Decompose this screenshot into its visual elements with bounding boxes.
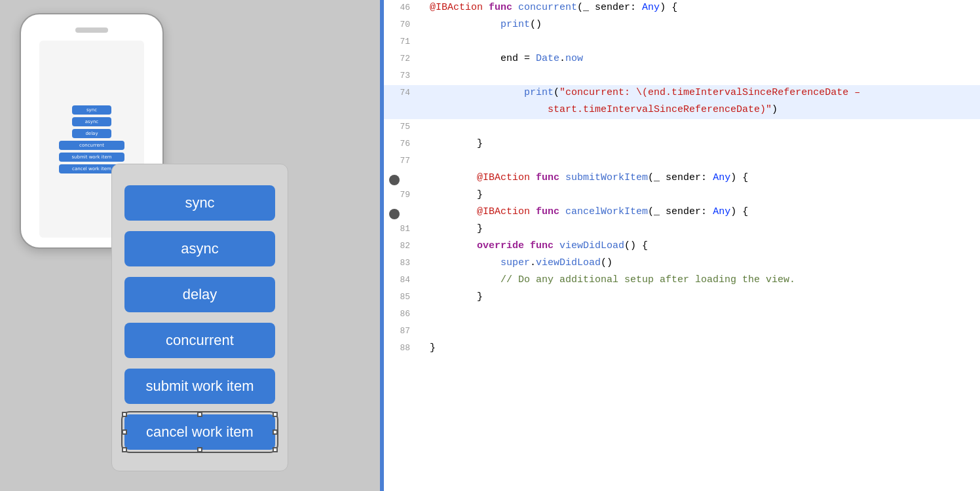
code-line-76: 76 } xyxy=(384,136,980,153)
code-line-78: @IBAction func submitWorkItem(_ sender: … xyxy=(384,170,980,187)
preview-btn-delay: delay xyxy=(72,129,111,138)
selected-wrapper: cancel work item xyxy=(124,414,275,450)
storyboard-panel: sync async delay concurrent submit work … xyxy=(0,0,380,491)
ui-panel: sync async delay concurrent submit work … xyxy=(111,164,288,471)
preview-btn-submit: submit work item xyxy=(59,153,124,162)
code-line-85: 85 } xyxy=(384,289,980,306)
preview-btn-sync: sync xyxy=(72,105,111,115)
code-line-77: 77 xyxy=(384,153,980,170)
btn-concurrent[interactable]: concurrent xyxy=(124,323,275,358)
code-line-70: 70 print() xyxy=(384,17,980,34)
code-line-46: 46 @IBAction func concurrent(_ sender: A… xyxy=(384,0,980,17)
btn-sync[interactable]: sync xyxy=(124,185,275,221)
phone-speaker xyxy=(75,27,108,33)
code-line-81: 81 } xyxy=(384,221,980,238)
code-line-83: 83 super.viewDidLoad() xyxy=(384,255,980,272)
preview-btn-concurrent: concurrent xyxy=(59,141,124,150)
handle-bl xyxy=(122,447,127,452)
code-line-88: 88 } xyxy=(384,340,980,357)
code-line-82: 82 override func viewDidLoad() { xyxy=(384,238,980,255)
handle-ml xyxy=(122,429,127,435)
code-editor-panel: 46 @IBAction func concurrent(_ sender: A… xyxy=(384,0,980,491)
code-editor[interactable]: 46 @IBAction func concurrent(_ sender: A… xyxy=(384,0,980,491)
breakpoint-78 xyxy=(389,175,400,185)
handle-tr xyxy=(273,412,278,417)
handle-br xyxy=(273,447,278,452)
handle-tl xyxy=(122,412,127,417)
code-line-80: @IBAction func cancelWorkItem(_ sender: … xyxy=(384,204,980,221)
btn-cancel-work-item[interactable]: cancel work item xyxy=(124,414,275,450)
code-line-74b: start.timeIntervalSinceReferenceDate)") xyxy=(384,102,980,119)
code-line-74: 74 print("concurrent: \(end.timeInterval… xyxy=(384,85,980,102)
code-line-87: 87 xyxy=(384,323,980,340)
code-line-71: 71 xyxy=(384,34,980,51)
code-line-75: 75 xyxy=(384,119,980,136)
btn-submit-work-item[interactable]: submit work item xyxy=(124,369,275,404)
handle-mr xyxy=(273,429,278,435)
btn-delay[interactable]: delay xyxy=(124,277,275,312)
btn-async[interactable]: async xyxy=(124,231,275,266)
breakpoint-80 xyxy=(389,209,400,219)
code-line-84: 84 // Do any additional setup after load… xyxy=(384,272,980,289)
code-line-86: 86 xyxy=(384,306,980,323)
handle-bc xyxy=(197,447,202,452)
code-line-79: 79 } xyxy=(384,187,980,204)
code-line-73: 73 xyxy=(384,68,980,85)
preview-btn-async: async xyxy=(72,117,111,126)
handle-tc xyxy=(197,412,202,417)
code-line-72: 72 end = Date.now xyxy=(384,51,980,68)
